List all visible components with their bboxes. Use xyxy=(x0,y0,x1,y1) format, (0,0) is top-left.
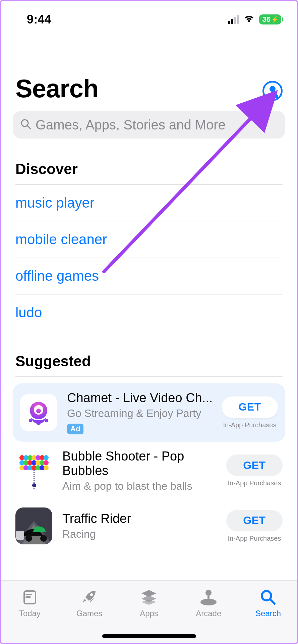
rocket-icon xyxy=(60,588,119,607)
ad-badge: Ad xyxy=(67,424,83,434)
app-name: Chamet - Live Video Ch... xyxy=(67,391,215,405)
tab-label: Apps xyxy=(119,609,179,618)
suggested-heading: Suggested xyxy=(0,331,298,376)
battery-indicator: 36⚡ xyxy=(259,14,281,24)
home-indicator[interactable] xyxy=(102,634,196,638)
svg-point-8 xyxy=(45,419,48,422)
account-button[interactable] xyxy=(262,81,283,101)
tab-label: Today xyxy=(0,609,60,618)
app-icon xyxy=(20,394,57,431)
tab-games[interactable]: Games xyxy=(60,588,119,618)
tab-label: Search xyxy=(238,609,298,618)
tab-search[interactable]: Search xyxy=(238,588,298,618)
suggested-app-row[interactable]: Traffic Rider Racing GET In-App Purchase… xyxy=(0,500,298,552)
suggested-app-row[interactable]: Bubble Shooter - Pop Bubbles Aim & pop t… xyxy=(0,442,298,500)
discover-item[interactable]: mobile cleaner xyxy=(15,221,283,258)
app-subtitle: Racing xyxy=(62,528,220,540)
app-subtitle: Aim & pop to blast the balls xyxy=(62,480,220,492)
today-icon xyxy=(0,588,60,607)
tab-today[interactable]: Today xyxy=(0,588,60,618)
suggested-app-row[interactable]: Chamet - Live Video Ch... Go Streaming &… xyxy=(13,383,285,442)
person-circle-icon xyxy=(265,84,280,98)
svg-point-7 xyxy=(37,422,40,425)
tab-label: Games xyxy=(60,609,119,618)
app-icon xyxy=(15,452,52,489)
svg-line-2 xyxy=(27,126,31,129)
discover-item[interactable]: music player xyxy=(15,184,283,221)
svg-point-12 xyxy=(25,535,32,542)
search-placeholder: Games, Apps, Stories and More xyxy=(36,117,226,132)
discover-item[interactable]: ludo xyxy=(15,294,283,331)
search-icon xyxy=(20,118,32,131)
status-time: 9:44 xyxy=(13,12,51,26)
app-name: Traffic Rider xyxy=(62,512,220,526)
svg-point-5 xyxy=(36,409,41,413)
svg-point-18 xyxy=(90,593,93,596)
get-button[interactable]: GET xyxy=(226,510,283,531)
app-icon xyxy=(15,507,52,544)
tab-label: Arcade xyxy=(179,609,238,618)
search-icon xyxy=(238,588,298,607)
app-subtitle: Go Streaming & Enjoy Party xyxy=(67,407,215,420)
iap-label: In-App Purchases xyxy=(222,421,278,429)
get-button[interactable]: GET xyxy=(226,454,283,476)
svg-point-0 xyxy=(270,86,276,92)
tab-arcade[interactable]: Arcade xyxy=(179,588,238,618)
arcade-joystick-icon xyxy=(179,588,238,607)
svg-line-23 xyxy=(270,599,275,604)
page-title: Search xyxy=(15,74,99,103)
cellular-signal-icon xyxy=(228,15,239,24)
status-bar: 9:44 36⚡ xyxy=(0,0,298,30)
search-input[interactable]: Games, Apps, Stories and More xyxy=(13,111,285,139)
svg-point-21 xyxy=(205,590,212,596)
svg-rect-14 xyxy=(16,531,24,540)
apps-stack-icon xyxy=(119,588,179,607)
discover-item[interactable]: offline games xyxy=(15,258,283,294)
svg-point-13 xyxy=(40,535,47,542)
app-name: Bubble Shooter - Pop Bubbles xyxy=(62,449,220,478)
get-button[interactable]: GET xyxy=(222,396,278,418)
tab-bar: Today Games Apps Arcade Search xyxy=(0,580,298,644)
iap-label: In-App Purchases xyxy=(226,479,283,487)
iap-label: In-App Purchases xyxy=(226,535,283,542)
svg-point-6 xyxy=(29,419,32,422)
wifi-icon xyxy=(243,14,255,25)
discover-heading: Discover xyxy=(0,139,298,184)
tab-apps[interactable]: Apps xyxy=(119,588,179,618)
